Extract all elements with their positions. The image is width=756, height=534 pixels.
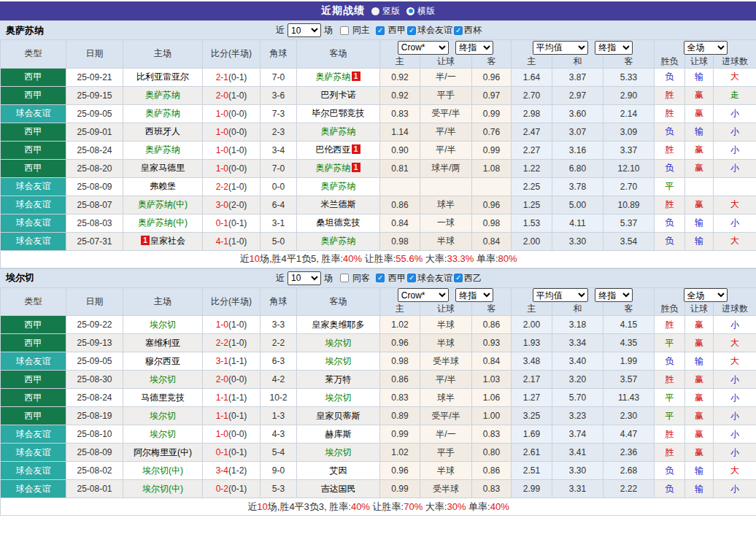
match-type-cell: 西甲 <box>1 68 66 86</box>
avg-draw-odds-cell: 6.80 <box>552 159 603 177</box>
red-card-badge: 1 <box>352 163 360 172</box>
bookmaker-group: Crow* 终指 <box>380 40 512 55</box>
fulltime-score: 0-1 <box>216 218 228 228</box>
same-venue-checkbox[interactable] <box>340 26 349 35</box>
team-name: 塞维利亚 <box>145 338 180 348</box>
match-type-cell: 球会友谊 <box>1 214 66 232</box>
home-team-cell: 埃尔切 <box>123 316 203 334</box>
goals-result-cell: 小 <box>714 444 756 462</box>
fulltime-score: 1-0 <box>216 145 228 155</box>
bookmaker-select[interactable]: Crow* <box>398 41 449 55</box>
date-cell: 25-08-10 <box>66 425 123 444</box>
corner-cell: 5-0 <box>261 232 297 250</box>
home-team-cell: 埃尔切(中) <box>123 462 203 480</box>
radio-icon-horizontal[interactable] <box>406 7 414 15</box>
date-cell: 25-08-02 <box>66 462 123 480</box>
final-odds-select-1[interactable]: 终指 <box>455 288 493 302</box>
goals-result-cell: 小 <box>714 407 756 425</box>
date-cell: 25-09-05 <box>66 104 123 123</box>
layout-radio-horizontal[interactable]: 横版 <box>406 5 435 18</box>
fulltime-score: 1-0 <box>216 429 228 439</box>
crow-handicap-cell <box>420 177 472 196</box>
avg-away-odds-cell: 3.37 <box>603 141 655 159</box>
away-team-cell: 莱万特 <box>297 371 380 389</box>
crow-handicap-cell: 球半 <box>420 389 472 407</box>
fulltime-score: 2-0 <box>216 374 228 384</box>
match-count-select[interactable]: 10 <box>288 271 321 285</box>
team-name: 奥萨苏纳 <box>321 181 356 191</box>
near-label: 近 <box>276 272 285 285</box>
league-checkbox-segunda[interactable] <box>454 274 463 282</box>
crow-handicap-cell: 受平/半 <box>420 407 472 425</box>
halftime-score: (1-0) <box>228 338 247 348</box>
league-checkbox-laliga[interactable] <box>376 274 385 282</box>
result-cell: 平 <box>655 407 685 425</box>
final-odds-select-2[interactable]: 终指 <box>595 288 633 302</box>
team-name: 埃尔切 <box>325 447 352 457</box>
avg-away-odds-cell: 11.43 <box>603 389 655 407</box>
handicap-result-cell: 输 <box>685 232 714 250</box>
matches-label: 场 <box>324 272 333 285</box>
avg-draw-odds-cell: 3.41 <box>552 444 603 462</box>
radio-label-horizontal: 横版 <box>417 5 435 18</box>
score-cell: 1-0(1-0) <box>203 141 261 159</box>
avg-draw-odds-cell: 2.97 <box>552 86 603 104</box>
col-date: 日期 <box>66 40 123 69</box>
table-row: 球会友谊25-07-311皇家社会4-1(1-0)5-0奥萨苏纳0.98半球0.… <box>1 232 756 250</box>
team-name: 奥萨苏纳(中) <box>138 199 188 209</box>
fulltime-score: 1-1 <box>216 411 228 421</box>
avg-draw-odds-cell: 3.74 <box>552 425 603 444</box>
fulltime-select[interactable]: 全场 <box>684 41 728 55</box>
team-name: 埃尔切(中) <box>142 484 183 494</box>
handicap-result-cell: 输 <box>685 480 714 498</box>
goals-result-cell: 大 <box>714 462 756 480</box>
team-name: 埃尔切 <box>325 356 352 366</box>
home-team-cell: 奥萨苏纳(中) <box>123 196 203 214</box>
crow-handicap-cell: 平/半 <box>420 371 472 389</box>
avg-home-odds-cell: 2.47 <box>512 123 552 141</box>
radio-icon-vertical[interactable] <box>371 7 379 15</box>
average-select[interactable]: 平均值 <box>533 288 588 302</box>
league-label-laliga: 西甲 <box>388 272 406 285</box>
col-type: 类型 <box>1 40 66 69</box>
score-cell: 0-1(0-1) <box>203 444 261 462</box>
summary-segment: 40% <box>351 501 370 512</box>
fulltime-select[interactable]: 全场 <box>684 288 728 302</box>
match-type-cell: 西甲 <box>1 141 66 159</box>
summary-segment: 单率: <box>466 501 490 512</box>
final-odds-select-2[interactable]: 终指 <box>595 41 633 55</box>
goals-result-cell: 小 <box>714 159 756 177</box>
layout-radio-vertical[interactable]: 竖版 <box>371 5 400 18</box>
date-cell: 25-08-09 <box>66 444 123 462</box>
match-count-select[interactable]: 10 <box>288 23 321 37</box>
avg-draw-odds-cell: 3.16 <box>552 141 603 159</box>
halftime-score: (1-0) <box>228 236 247 247</box>
league-checkbox-friendly[interactable] <box>407 274 416 282</box>
league-label-cup: 西杯 <box>464 24 482 36</box>
match-type-cell: 球会友谊 <box>1 196 66 214</box>
same-venue-checkbox[interactable] <box>340 274 349 282</box>
score-cell: 1-0(0-0) <box>203 425 261 444</box>
filters: 近 10 场 同客 西甲 球会友谊 西乙 <box>274 271 482 285</box>
home-team-cell: 阿尔梅里亚(中) <box>123 444 203 462</box>
final-odds-select-1[interactable]: 终指 <box>455 41 493 55</box>
corner-cell: 7-3 <box>261 104 297 123</box>
handicap-result-cell: 赢 <box>685 334 714 352</box>
avg-away-odds-cell: 12.10 <box>603 159 655 177</box>
avg-home-odds-cell: 1.27 <box>512 389 552 407</box>
away-team-cell: 毕尔巴鄂竞技 <box>297 104 380 123</box>
result-cell: 胜 <box>655 444 685 462</box>
match-type-cell: 球会友谊 <box>1 480 66 498</box>
league-checkbox-friendly[interactable] <box>407 26 416 35</box>
bookmaker-select[interactable]: Crow* <box>398 288 449 302</box>
corner-cell: 5-3 <box>261 480 297 498</box>
avg-away-odds-cell: 5.37 <box>603 214 655 232</box>
goals-result-cell: 小 <box>714 389 756 407</box>
halftime-score: (2-0) <box>228 200 247 210</box>
league-checkbox-laliga[interactable] <box>376 26 385 35</box>
match-type-cell: 球会友谊 <box>1 462 66 480</box>
average-select[interactable]: 平均值 <box>533 41 588 55</box>
avg-home-odds-cell: 2.27 <box>512 141 552 159</box>
results-table: 类型 日期 主场 比分(半场) 角球 客场 Crow* 终指 平均值 终指 全场 <box>0 287 756 516</box>
league-checkbox-cup[interactable] <box>454 26 463 35</box>
